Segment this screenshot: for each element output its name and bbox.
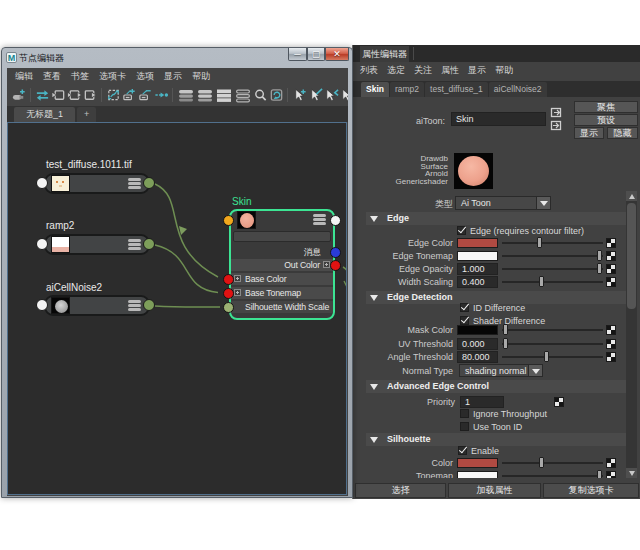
show-button[interactable]: 显示 xyxy=(574,127,604,139)
silhouette-width-scale-port[interactable] xyxy=(223,302,234,313)
scroll-up-arrow-icon[interactable] xyxy=(626,191,637,201)
edge-color-map-button[interactable] xyxy=(606,238,616,248)
angle-threshold-slider[interactable] xyxy=(502,351,603,362)
priority-map-button[interactable] xyxy=(554,397,564,407)
out-color-port[interactable] xyxy=(330,260,341,271)
edge-tonemap-map-button[interactable] xyxy=(606,251,616,261)
row-out-color[interactable]: Out Color xyxy=(231,259,333,271)
input-port[interactable] xyxy=(36,299,48,311)
pin-add-tab-icon[interactable] xyxy=(12,86,27,104)
row-base-color[interactable]: Base Color xyxy=(231,273,333,285)
scroll-down-arrow-icon[interactable] xyxy=(626,468,637,478)
edge-opacity-map-button[interactable] xyxy=(606,264,616,274)
select-prev-icon[interactable] xyxy=(324,86,339,104)
edge-tonemap-slider[interactable] xyxy=(502,250,603,261)
output-port[interactable] xyxy=(143,238,155,250)
base-color-port[interactable] xyxy=(223,274,234,285)
scrollbar-thumb[interactable] xyxy=(627,203,636,309)
menu-show[interactable]: 显示 xyxy=(468,64,486,77)
select-next-icon[interactable] xyxy=(340,86,349,104)
menu-view[interactable]: 查看 xyxy=(43,70,61,83)
output-port[interactable] xyxy=(143,177,155,189)
section-silhouette[interactable]: Silhouette xyxy=(366,433,628,446)
edge-opacity-field[interactable]: 1.000 xyxy=(457,263,498,275)
menu-help[interactable]: 帮助 xyxy=(495,64,513,77)
edge-enable-checkbox[interactable] xyxy=(457,226,466,235)
message-port[interactable] xyxy=(330,247,341,258)
attribute-editor-title[interactable]: 属性编辑器 xyxy=(360,46,409,62)
output-connections-icon[interactable] xyxy=(83,86,98,104)
connect-selected-icon[interactable] xyxy=(154,86,169,104)
width-scaling-map-button[interactable] xyxy=(606,277,616,287)
display-mode-icon[interactable] xyxy=(128,300,141,311)
shader-type-dropdown[interactable]: Ai Toon xyxy=(455,196,551,210)
edge-opacity-slider[interactable] xyxy=(502,263,603,274)
mask-color-map-button[interactable] xyxy=(606,325,616,335)
skin-header-input-port[interactable] xyxy=(223,215,234,226)
show-input-connections-icon[interactable] xyxy=(550,107,562,118)
graph-tab-untitled-1[interactable]: 无标题_1 xyxy=(14,107,75,122)
attribute-scrollbar[interactable] xyxy=(626,191,637,478)
material-preview-swatch[interactable] xyxy=(454,153,493,189)
display-mode-icon[interactable] xyxy=(128,239,141,250)
menu-focus[interactable]: 关注 xyxy=(414,64,432,77)
load-attributes-button[interactable]: 加载属性 xyxy=(448,483,541,498)
uv-threshold-field[interactable]: 0.000 xyxy=(457,338,498,350)
node-graph-canvas[interactable]: test_diffuse.1011.tif ramp2 aiCe xyxy=(7,122,347,495)
add-downstream-icon[interactable] xyxy=(138,86,153,104)
silhouette-tonemap-slider[interactable] xyxy=(502,470,603,478)
normal-type-dropdown[interactable]: shading normal xyxy=(459,364,543,377)
menu-options[interactable]: 选项 xyxy=(136,70,154,83)
edge-color-swatch[interactable] xyxy=(457,238,498,248)
copy-tab-button[interactable]: 复制选项卡 xyxy=(543,483,639,498)
ignore-throughput-checkbox[interactable] xyxy=(460,409,469,418)
menu-attributes[interactable]: 属性 xyxy=(441,64,459,77)
menu-tabs[interactable]: 选项卡 xyxy=(99,70,126,83)
width-scaling-slider[interactable] xyxy=(502,276,603,287)
use-toon-id-checkbox[interactable] xyxy=(460,422,469,431)
row-message[interactable]: 消息 xyxy=(231,246,333,258)
mask-color-swatch[interactable] xyxy=(457,325,498,335)
presets-button[interactable]: 预设 xyxy=(574,114,638,126)
expand-plus-icon[interactable] xyxy=(323,261,330,268)
focus-button[interactable]: 聚焦 xyxy=(574,101,638,113)
show-output-connections-icon[interactable] xyxy=(550,120,562,131)
output-port[interactable] xyxy=(143,299,155,311)
silhouette-color-map-button[interactable] xyxy=(606,458,616,468)
input-connections-icon[interactable] xyxy=(51,86,66,104)
add-graph-tab-button[interactable]: + xyxy=(77,107,96,122)
tab-ramp2[interactable]: ramp2 xyxy=(390,82,424,97)
angle-threshold-field[interactable]: 80.000 xyxy=(457,351,498,363)
node-name-field[interactable]: Skin xyxy=(451,112,546,126)
row-base-tonemap[interactable]: Base Tonemap xyxy=(231,287,333,299)
edge-color-slider[interactable] xyxy=(502,237,603,248)
row-silhouette-width-scale[interactable]: Silhouette Width Scale xyxy=(231,301,333,313)
maximize-button[interactable]: ▢ xyxy=(307,48,325,61)
expand-plus-icon[interactable] xyxy=(234,289,241,296)
all-connections-icon[interactable] xyxy=(67,86,82,104)
expand-plus-icon[interactable] xyxy=(234,275,241,282)
uv-threshold-slider[interactable] xyxy=(502,338,603,349)
display-custom-icon[interactable] xyxy=(234,86,252,104)
section-edge[interactable]: Edge xyxy=(366,212,628,225)
silhouette-enable-checkbox[interactable] xyxy=(458,446,467,455)
menu-help[interactable]: 帮助 xyxy=(192,70,210,83)
display-connected-icon[interactable] xyxy=(196,86,214,104)
select-add-icon[interactable] xyxy=(292,86,307,104)
search-icon[interactable] xyxy=(253,86,268,104)
sync-graph-icon[interactable] xyxy=(35,86,50,104)
width-scaling-field[interactable]: 0.400 xyxy=(457,276,498,288)
select-remove-icon[interactable] xyxy=(308,86,323,104)
display-simple-icon[interactable] xyxy=(177,86,195,104)
refresh-view-icon[interactable] xyxy=(269,86,284,104)
input-port[interactable] xyxy=(36,238,48,250)
node-test-diffuse[interactable] xyxy=(44,173,150,194)
silhouette-color-slider[interactable] xyxy=(502,457,603,468)
add-upstream-icon[interactable] xyxy=(122,86,137,104)
display-mode-icon[interactable] xyxy=(128,178,141,189)
uv-threshold-map-button[interactable] xyxy=(606,339,616,349)
silhouette-color-swatch[interactable] xyxy=(457,458,498,468)
close-button[interactable]: ✕ xyxy=(325,48,349,61)
frame-selection-icon[interactable] xyxy=(106,86,121,104)
display-full-icon[interactable] xyxy=(215,86,233,104)
